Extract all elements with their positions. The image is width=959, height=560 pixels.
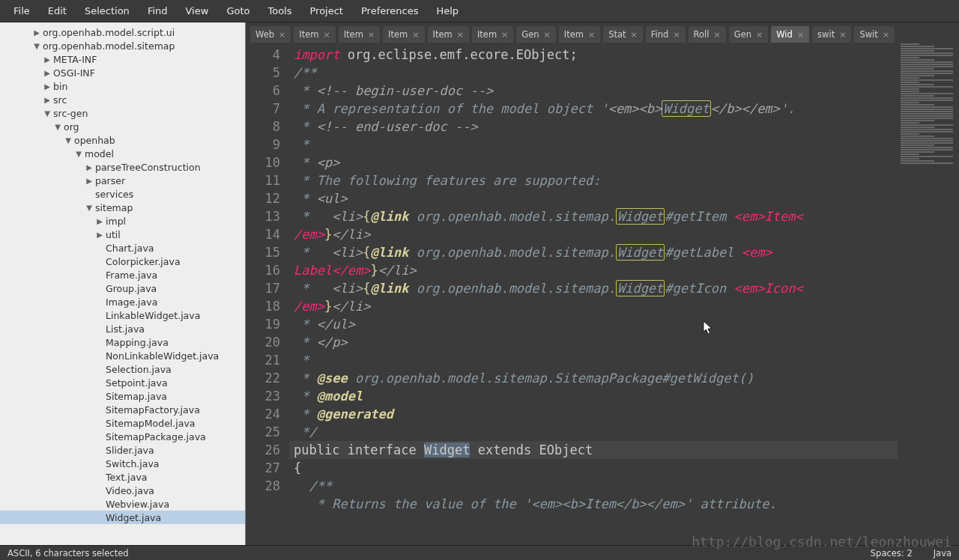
tree-twist-icon[interactable]: ▼ bbox=[54, 123, 61, 131]
tab[interactable]: Stat× bbox=[603, 26, 643, 43]
tree-item[interactable]: ▼src-gen bbox=[0, 106, 245, 120]
close-icon[interactable]: × bbox=[797, 30, 804, 40]
tree-item[interactable]: SitemapPackage.java bbox=[0, 430, 245, 443]
tab[interactable]: swit× bbox=[812, 26, 851, 43]
close-icon[interactable]: × bbox=[673, 30, 680, 40]
tab[interactable]: Wid× bbox=[771, 26, 809, 43]
tab-label: Find bbox=[651, 29, 669, 40]
tree-item[interactable]: ▼model bbox=[0, 147, 245, 160]
tree-item[interactable]: Switch.java bbox=[0, 457, 245, 470]
tab[interactable]: Item× bbox=[428, 26, 469, 43]
tab[interactable]: Item× bbox=[294, 26, 335, 43]
tab[interactable]: Item× bbox=[472, 26, 513, 43]
tree-twist-icon[interactable]: ▶ bbox=[96, 231, 103, 239]
tree-twist-icon[interactable]: ▶ bbox=[43, 69, 51, 77]
tab-label: Wid bbox=[776, 29, 793, 40]
tree-twist-icon[interactable]: ▶ bbox=[85, 177, 93, 185]
tree-item[interactable]: SitemapModel.java bbox=[0, 416, 245, 430]
tree-item[interactable]: ▶parseTreeConstruction bbox=[0, 160, 245, 174]
tree-item[interactable]: ▼org bbox=[0, 120, 245, 133]
tree-item[interactable]: ▼sitemap bbox=[0, 201, 245, 214]
close-icon[interactable]: × bbox=[883, 30, 889, 40]
tree-twist-icon[interactable]: ▶ bbox=[43, 82, 51, 91]
minimap[interactable] bbox=[898, 43, 959, 545]
tree-twist-icon[interactable]: ▼ bbox=[85, 204, 93, 212]
menu-file[interactable]: File bbox=[6, 3, 37, 19]
tab[interactable]: Gen× bbox=[729, 26, 769, 43]
tree-item[interactable]: ▶OSGI-INF bbox=[0, 66, 245, 79]
close-icon[interactable]: × bbox=[457, 30, 464, 40]
tree-twist-icon[interactable]: ▶ bbox=[85, 163, 93, 171]
close-icon[interactable]: × bbox=[714, 30, 721, 40]
close-icon[interactable]: × bbox=[501, 30, 508, 40]
tab[interactable]: Roll× bbox=[689, 26, 726, 43]
tree-item[interactable]: ▶META-INF bbox=[0, 52, 245, 66]
close-icon[interactable]: × bbox=[631, 30, 638, 40]
menu-view[interactable]: View bbox=[178, 3, 217, 19]
sidebar[interactable]: ▶org.openhab.model.script.ui▼org.openhab… bbox=[0, 22, 246, 545]
tree-item[interactable]: Widget.java bbox=[0, 511, 245, 524]
tree-twist-icon[interactable]: ▶ bbox=[33, 28, 40, 37]
menu-tools[interactable]: Tools bbox=[260, 3, 299, 19]
menu-edit[interactable]: Edit bbox=[40, 3, 74, 19]
tab[interactable]: Find× bbox=[646, 26, 686, 43]
close-icon[interactable]: × bbox=[544, 30, 551, 40]
status-indent[interactable]: Spaces: 2 bbox=[871, 548, 913, 559]
tree-item[interactable]: ▶util bbox=[0, 228, 245, 241]
close-icon[interactable]: × bbox=[368, 30, 375, 40]
tree-item[interactable]: ▼org.openhab.model.sitemap bbox=[0, 39, 245, 52]
tab[interactable]: Swit× bbox=[854, 26, 895, 43]
close-icon[interactable]: × bbox=[279, 30, 285, 40]
tree-item[interactable]: Setpoint.java bbox=[0, 376, 245, 389]
menu-help[interactable]: Help bbox=[429, 3, 466, 19]
tab[interactable]: Web× bbox=[250, 26, 291, 43]
tree-item[interactable]: Frame.java bbox=[0, 268, 245, 281]
close-icon[interactable]: × bbox=[839, 30, 846, 40]
close-icon[interactable]: × bbox=[323, 30, 330, 40]
tree-item[interactable]: Webview.java bbox=[0, 497, 245, 511]
menu-selection[interactable]: Selection bbox=[77, 3, 137, 19]
tree-item[interactable]: Colorpicker.java bbox=[0, 255, 245, 268]
tab[interactable]: Item× bbox=[339, 26, 380, 43]
menu-project[interactable]: Project bbox=[302, 3, 350, 19]
menu-find[interactable]: Find bbox=[140, 3, 175, 19]
tree-twist-icon[interactable]: ▼ bbox=[43, 109, 51, 118]
close-icon[interactable]: × bbox=[756, 30, 763, 40]
tree-item[interactable]: Sitemap.java bbox=[0, 389, 245, 403]
tree-item[interactable]: Mapping.java bbox=[0, 335, 245, 349]
tree-item[interactable]: SitemapFactory.java bbox=[0, 403, 245, 416]
tree-twist-icon[interactable]: ▶ bbox=[96, 217, 103, 225]
tree-item[interactable]: Image.java bbox=[0, 295, 245, 308]
tree-item[interactable]: Group.java bbox=[0, 281, 245, 295]
status-language[interactable]: Java bbox=[934, 548, 952, 559]
tree-item[interactable]: ▶org.openhab.model.script.ui bbox=[0, 25, 245, 39]
tree-item[interactable]: ▼openhab bbox=[0, 133, 245, 147]
tree-twist-icon[interactable]: ▶ bbox=[43, 55, 51, 64]
tree-item[interactable]: Selection.java bbox=[0, 362, 245, 376]
tree-item[interactable]: Chart.java bbox=[0, 241, 245, 255]
tree-item[interactable]: List.java bbox=[0, 322, 245, 335]
tree-item[interactable]: ▶bin bbox=[0, 79, 245, 93]
menu-goto[interactable]: Goto bbox=[219, 3, 257, 19]
tree-twist-icon[interactable]: ▶ bbox=[43, 96, 51, 104]
tree-item[interactable]: Text.java bbox=[0, 470, 245, 484]
menu-preferences[interactable]: Preferences bbox=[354, 3, 426, 19]
tab[interactable]: Gen× bbox=[516, 26, 556, 43]
tab[interactable]: Item× bbox=[383, 26, 424, 43]
tree-item[interactable]: services bbox=[0, 187, 245, 201]
code-area[interactable]: import org.eclipse.emf.ecore.EObject;/**… bbox=[289, 43, 898, 545]
close-icon[interactable]: × bbox=[412, 30, 419, 40]
tree-item[interactable]: Slider.java bbox=[0, 443, 245, 457]
tree-item[interactable]: ▶src bbox=[0, 93, 245, 106]
tree-twist-icon[interactable]: ▼ bbox=[75, 150, 82, 158]
tree-twist-icon[interactable]: ▼ bbox=[64, 136, 72, 144]
tree-item[interactable]: NonLinkableWidget.java bbox=[0, 349, 245, 362]
tree-twist-icon[interactable]: ▼ bbox=[33, 42, 40, 50]
tree-item[interactable]: LinkableWidget.java bbox=[0, 308, 245, 322]
tab[interactable]: Item× bbox=[559, 26, 600, 43]
tree-item[interactable]: ▶parser bbox=[0, 174, 245, 187]
tree-item-label: util bbox=[106, 229, 121, 240]
tree-item[interactable]: Video.java bbox=[0, 484, 245, 497]
close-icon[interactable]: × bbox=[588, 30, 595, 40]
tree-item[interactable]: ▶impl bbox=[0, 214, 245, 228]
